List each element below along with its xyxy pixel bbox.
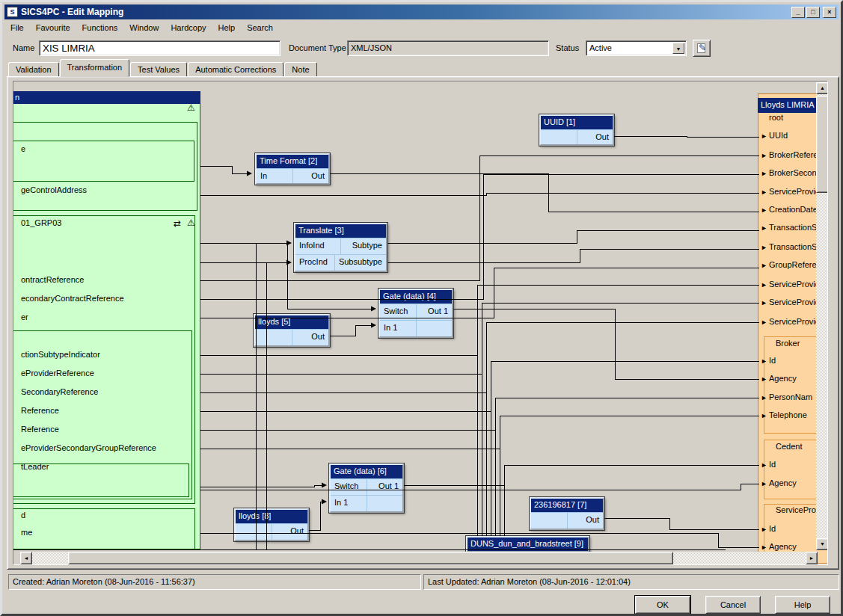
tab-automatic-corrections[interactable]: Automatic Corrections bbox=[188, 62, 283, 77]
target-field: ►Telephone bbox=[761, 410, 807, 421]
target-field: ►Agency bbox=[761, 542, 797, 552]
target-field: ►Agency bbox=[761, 478, 797, 489]
tab-note[interactable]: Note bbox=[284, 62, 316, 77]
node-lloyds-8[interactable]: lloyds [8] Out bbox=[234, 508, 309, 541]
node-lloyds-5[interactable]: lloyds [5] Out bbox=[254, 314, 330, 347]
mapping-canvas[interactable]: n ⚠ e geControlAddress 01_GRP03 ⇄ ⚠ ontr… bbox=[13, 81, 828, 565]
port-in[interactable]: InfoInd bbox=[295, 238, 340, 254]
port-in[interactable]: In 1 bbox=[331, 496, 367, 511]
target-field: ►BrokerSecon bbox=[761, 168, 817, 179]
port-in[interactable]: Switch bbox=[380, 304, 416, 320]
scroll-up-icon[interactable]: ▲ bbox=[816, 82, 828, 94]
pencil-icon: ✎ bbox=[699, 43, 706, 53]
source-field[interactable]: me bbox=[21, 528, 32, 537]
menu-favourite[interactable]: Favourite bbox=[30, 22, 76, 34]
help-button[interactable]: Help bbox=[775, 596, 830, 614]
node-236196817[interactable]: 236196817 [7] Out bbox=[530, 497, 604, 530]
port-out[interactable]: Out bbox=[292, 330, 329, 345]
row-arrow-icon: ► bbox=[761, 526, 769, 533]
target-field: ►ServiceProvid bbox=[761, 317, 820, 327]
menu-help[interactable]: Help bbox=[212, 22, 242, 34]
port-in[interactable]: In 1 bbox=[380, 321, 416, 336]
menubar: File Favourite Functions Window Hardcopy… bbox=[4, 20, 839, 34]
port-out[interactable]: Subsubtype bbox=[334, 255, 386, 271]
source-field[interactable]: ontractReference bbox=[21, 275, 84, 284]
window-title: SICS4PC - Edit Mapping bbox=[21, 7, 790, 17]
maximize-button-icon[interactable]: □ bbox=[806, 7, 820, 18]
port-out[interactable]: Subtype bbox=[340, 238, 386, 254]
edit-note-button[interactable]: ✎ bbox=[693, 40, 711, 57]
node-time-format[interactable]: Time Format [2] InOut bbox=[255, 153, 330, 185]
tab-validation[interactable]: Validation bbox=[8, 62, 59, 77]
vertical-scroll-thumb[interactable] bbox=[816, 96, 828, 193]
tab-test-values[interactable]: Test Values bbox=[130, 62, 187, 77]
target-field: ►ServiceProvid bbox=[761, 187, 820, 197]
port-out[interactable]: Out bbox=[577, 130, 613, 144]
close-button-icon[interactable]: × bbox=[823, 7, 836, 18]
scroll-left-icon[interactable]: ◄ bbox=[20, 552, 32, 564]
menu-window[interactable]: Window bbox=[123, 22, 165, 34]
source-field[interactable]: Reference bbox=[21, 406, 59, 415]
port-in[interactable]: Switch bbox=[331, 479, 367, 495]
target-field: ►Id bbox=[761, 460, 776, 470]
target-field: ►PersonNam bbox=[761, 392, 812, 403]
row-arrow-icon: ► bbox=[761, 188, 769, 196]
source-field[interactable]: geControlAddress bbox=[21, 185, 87, 194]
node-translate[interactable]: Translate [3] InfoIndSubtype ProcIndSubs… bbox=[294, 223, 387, 272]
source-field[interactable]: 01_GRP03 bbox=[21, 218, 61, 227]
scroll-down-icon[interactable]: ▼ bbox=[816, 538, 828, 550]
source-field[interactable]: er bbox=[21, 312, 28, 321]
target-field: ►UUId bbox=[761, 131, 788, 141]
horizontal-scroll-thumb[interactable] bbox=[68, 552, 673, 564]
source-field[interactable]: d bbox=[21, 511, 25, 520]
node-gate-4[interactable]: Gate (data) [4] SwitchOut 1 In 1 bbox=[378, 289, 453, 338]
target-field: ►Agency bbox=[761, 374, 797, 384]
port-in[interactable]: ProcInd bbox=[295, 255, 334, 271]
menu-file[interactable]: File bbox=[4, 22, 30, 34]
menu-hardcopy[interactable]: Hardcopy bbox=[165, 22, 212, 34]
document-type-field: XML/JSON bbox=[347, 40, 549, 56]
row-arrow-icon: ► bbox=[761, 170, 769, 177]
source-field[interactable]: eProviderSecondaryGroupReference bbox=[21, 443, 156, 452]
port-out[interactable]: Out 1 bbox=[416, 304, 453, 320]
row-arrow-icon: ► bbox=[761, 132, 769, 140]
port-out[interactable]: Out bbox=[567, 513, 604, 529]
source-field[interactable]: econdaryContractReference bbox=[21, 294, 124, 303]
source-field[interactable]: Reference bbox=[21, 425, 59, 434]
row-arrow-icon: ► bbox=[761, 461, 769, 469]
source-field[interactable]: ctionSubtypeIndicator bbox=[21, 350, 100, 359]
tab-transformation[interactable]: Transformation bbox=[60, 59, 130, 77]
target-group-label: Broker bbox=[767, 339, 800, 349]
warning-icon: ⚠ bbox=[187, 218, 195, 227]
node-uuid[interactable]: UUID [1] Out bbox=[539, 114, 614, 146]
status-dropdown[interactable]: Active ▼ bbox=[586, 40, 687, 56]
row-arrow-icon: ► bbox=[761, 412, 769, 419]
row-arrow-icon: ► bbox=[761, 299, 769, 307]
ok-button[interactable]: OK bbox=[635, 596, 690, 614]
port-out[interactable]: Out bbox=[272, 524, 308, 540]
row-arrow-icon: ► bbox=[761, 281, 769, 289]
menu-search[interactable]: Search bbox=[241, 22, 279, 34]
source-field[interactable]: eProviderReference bbox=[21, 369, 94, 378]
name-input[interactable] bbox=[39, 40, 281, 56]
port-out[interactable]: Out bbox=[292, 169, 329, 183]
minimize-button-icon[interactable]: _ bbox=[791, 7, 805, 18]
source-field[interactable]: tLeader bbox=[21, 462, 49, 471]
document-type-label: Document Type bbox=[289, 43, 346, 52]
target-field: ►Id bbox=[761, 356, 776, 366]
menu-functions[interactable]: Functions bbox=[76, 22, 124, 34]
target-group-label: ServiceProvi bbox=[767, 505, 822, 516]
port-out[interactable]: Out 1 bbox=[367, 479, 403, 495]
row-arrow-icon: ► bbox=[761, 394, 769, 401]
node-duns-dun-and-bradstreet[interactable]: DUNS_dun_and_bradstreet [9] bbox=[466, 536, 589, 552]
source-field[interactable]: SecondaryReference bbox=[21, 387, 98, 396]
canvas-horizontal-scrollbar[interactable]: ◄ ► bbox=[20, 552, 818, 564]
node-gate-6[interactable]: Gate (data) [6] SwitchOut 1 In 1 bbox=[329, 463, 404, 513]
port-in[interactable]: In bbox=[257, 169, 292, 183]
source-field[interactable]: e bbox=[21, 144, 25, 153]
scroll-right-icon[interactable]: ► bbox=[806, 552, 818, 564]
tab-strip: Validation Transformation Test Values Au… bbox=[8, 61, 318, 77]
chevron-down-icon[interactable]: ▼ bbox=[672, 43, 684, 54]
cancel-button[interactable]: Cancel bbox=[705, 596, 761, 614]
canvas-vertical-scrollbar[interactable]: ▲ ▼ bbox=[816, 82, 828, 550]
